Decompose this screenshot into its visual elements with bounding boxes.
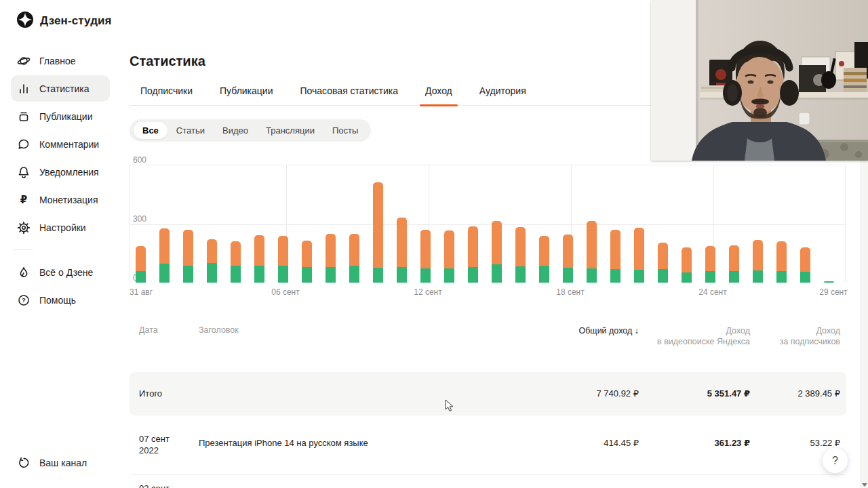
bar-segment-orange (302, 241, 312, 268)
row-subscribers-income: 53.22 ₽ (810, 438, 840, 448)
bar-08-сент[interactable] (326, 234, 336, 283)
bar-segment-green (753, 270, 763, 283)
bar-05-сент[interactable] (254, 235, 264, 283)
bar-segment-orange (563, 235, 573, 268)
bar-23-сент[interactable] (682, 247, 692, 283)
help-button[interactable]: ? (823, 448, 848, 473)
col-header-title: Заголовок (199, 325, 239, 335)
bar-06-сент[interactable] (278, 236, 288, 283)
bar-segment-orange (800, 247, 810, 272)
sidebar-item-label: Публикации (39, 111, 92, 122)
row-date: 07 сент2022 (139, 433, 170, 456)
col-header-subscribers: Доходза подписчиков (780, 325, 840, 347)
bar-07-сент[interactable] (302, 241, 312, 283)
bar-20-сент[interactable] (610, 230, 620, 283)
bar-18-сент[interactable] (563, 235, 573, 283)
bar-15-сент[interactable] (492, 221, 502, 283)
bar-21-сент[interactable] (634, 228, 644, 283)
bar-04-сент[interactable] (231, 241, 241, 283)
scrollbar-down-arrow[interactable] (862, 483, 867, 487)
totals-label: Итого (139, 388, 162, 399)
svg-text:₽: ₽ (20, 194, 27, 205)
table-totals-row: Итого 7 740.92 ₽ 5 351.47 ₽ 2 389.45 ₽ (130, 372, 846, 415)
bar-segment-green (183, 266, 193, 283)
row-title-link[interactable]: Презентация iPhone 14 на русском языке (199, 438, 368, 448)
publications-icon (16, 109, 31, 124)
bar-segment-orange (587, 221, 597, 269)
totals-video-search-income: 5 351.47 ₽ (707, 388, 750, 399)
table-row[interactable]: 07 сент2022 Презентация iPhone 14 на рус… (130, 415, 846, 475)
sidebar-item-5[interactable]: ₽Монетизация (0, 186, 129, 214)
filter-pill-4[interactable]: Посты (323, 122, 367, 139)
bar-17-сент[interactable] (539, 236, 549, 283)
sidebar-item-9[interactable]: ?Помощь (0, 286, 129, 314)
sidebar-item-your-channel[interactable]: Ваш канал (16, 455, 87, 470)
bar-16-сент[interactable] (515, 227, 526, 283)
bar-19-сент[interactable] (587, 221, 597, 283)
filter-pill-0[interactable]: Все (134, 122, 167, 139)
tab-1[interactable]: Публикации (218, 77, 274, 106)
bar-segment-green (373, 268, 383, 283)
sidebar-item-8[interactable]: Всё о Дзене (0, 258, 129, 286)
bar-22-сент[interactable] (658, 243, 668, 283)
bar-segment-orange (515, 227, 526, 266)
bar-02-сент[interactable] (183, 230, 193, 283)
bar-03-сент[interactable] (207, 239, 217, 283)
filter-pill-3[interactable]: Трансляции (257, 122, 323, 139)
bar-25-сент[interactable] (729, 245, 739, 283)
bar-14-сент[interactable] (468, 226, 478, 283)
back-arrow-icon (16, 455, 31, 470)
sidebar-item-4[interactable]: Уведомления (0, 158, 129, 186)
tab-0[interactable]: Подписчики (139, 77, 194, 106)
bar-segment-green (824, 281, 834, 283)
bar-12-сент[interactable] (420, 230, 431, 283)
bar-segment-green (587, 268, 597, 283)
sidebar-item-1[interactable]: Статистика (0, 75, 129, 102)
chart-x-axis: 31 авг06 сент12 сент18 сент24 сент29 сен… (130, 287, 846, 298)
bar-segment-green (397, 267, 407, 283)
bar-segment-orange (207, 239, 217, 263)
bar-09-сент[interactable] (349, 234, 359, 283)
bar-26-сент[interactable] (753, 240, 763, 283)
bar-segment-green (563, 268, 573, 283)
sidebar-item-0[interactable]: Главное (0, 47, 129, 75)
bar-segment-orange (776, 241, 787, 271)
bar-segment-orange (444, 230, 454, 268)
bar-01-сент[interactable] (159, 228, 170, 283)
bar-segment-orange (231, 241, 241, 266)
bar-11-сент[interactable] (397, 218, 407, 283)
scrollbar[interactable] (860, 161, 868, 488)
bar-13-сент[interactable] (444, 230, 454, 283)
gear-icon (16, 220, 31, 235)
sidebar-item-label: Помощь (39, 295, 76, 306)
tab-2[interactable]: Почасовая статистика (299, 77, 400, 106)
bar-segment-green (326, 267, 336, 283)
totals-subscribers-income: 2 389.45 ₽ (798, 388, 841, 399)
bar-segment-orange (349, 234, 359, 266)
bar-29-сент[interactable] (824, 281, 834, 283)
sidebar-item-label: Монетизация (39, 195, 98, 205)
bar-27-сент[interactable] (776, 241, 787, 283)
bar-31-авг[interactable] (136, 246, 146, 283)
bar-segment-orange (610, 230, 620, 270)
bar-segment-orange (373, 182, 383, 268)
bar-segment-green (231, 266, 241, 283)
tab-3[interactable]: Доход (424, 77, 454, 106)
bar-28-сент[interactable] (800, 247, 810, 283)
sidebar-item-2[interactable]: Публикации (0, 102, 129, 130)
col-header-total-sorted[interactable]: Общий доход ↓ (578, 325, 639, 336)
bar-10-сент[interactable] (373, 182, 383, 283)
sidebar-item-3[interactable]: Комментарии (0, 130, 129, 158)
col-header-date: Дата (139, 325, 158, 335)
y-axis-label: 600 (133, 155, 146, 165)
app-logo[interactable]: Дзен-студия (16, 11, 112, 31)
filter-pill-2[interactable]: Видео (214, 122, 257, 139)
svg-text:?: ? (22, 296, 26, 304)
tab-4[interactable]: Аудитория (478, 77, 528, 106)
sidebar-item-label: Уведомления (39, 167, 99, 178)
sidebar-item-6[interactable]: Настройки (0, 214, 129, 241)
bar-24-сент[interactable] (705, 246, 715, 283)
bar-segment-green (136, 271, 146, 283)
filter-pill-1[interactable]: Статьи (167, 122, 214, 139)
bar-segment-green (159, 264, 170, 283)
